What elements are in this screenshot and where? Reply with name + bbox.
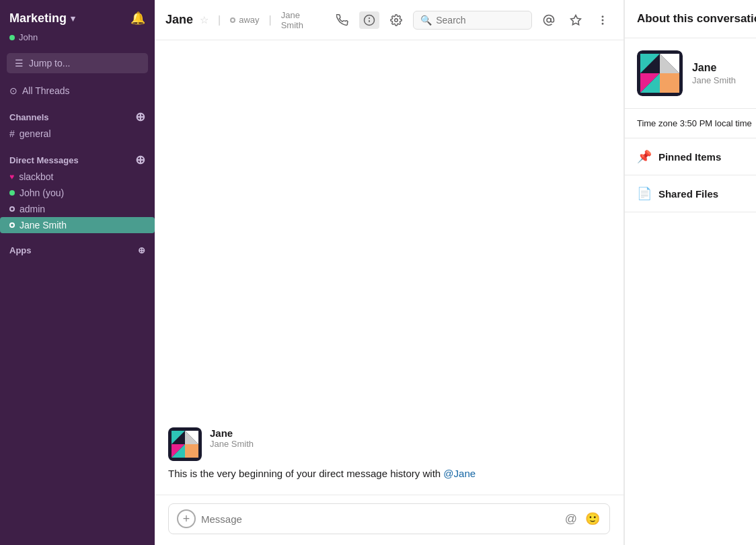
add-app-button[interactable]: ⊕ xyxy=(138,245,145,255)
panel-title: About this conversation xyxy=(637,12,756,26)
jump-to-label: Jump to... xyxy=(29,58,70,69)
sidebar-item-all-threads[interactable]: ⊙ All Threads xyxy=(0,83,155,99)
chat-title: Jane xyxy=(165,13,193,27)
search-box[interactable]: 🔍 xyxy=(413,11,532,30)
settings-icon-button[interactable] xyxy=(386,11,406,29)
dm-slackbot-label: slackbot xyxy=(19,171,53,182)
dm-section-header: Direct Messages ⊕ xyxy=(0,147,155,169)
sidebar-item-jane-smith[interactable]: Jane Smith xyxy=(0,217,155,233)
svg-point-7 xyxy=(602,19,603,21)
apps-section-header: Apps ⊕ xyxy=(0,239,155,258)
all-threads-label: All Threads xyxy=(22,85,70,96)
svg-point-8 xyxy=(602,23,603,24)
panel-header: About this conversation × xyxy=(625,0,756,38)
sidebar: Marketing ▾ 🔔 John ☰ Jump to... ⊙ All Th… xyxy=(0,0,155,545)
jump-to-icon: ☰ xyxy=(15,58,24,69)
shared-files-label: Shared Files xyxy=(658,188,718,200)
add-attachment-button[interactable]: + xyxy=(177,509,196,528)
file-icon: 📄 xyxy=(637,186,652,201)
header-divider: | xyxy=(218,14,221,26)
phone-icon-button[interactable] xyxy=(332,11,352,29)
channel-name-general: general xyxy=(20,128,51,139)
hash-icon: # xyxy=(9,128,15,139)
dm-jane-label: Jane Smith xyxy=(20,220,67,230)
dm-john-label: John (you) xyxy=(20,187,64,198)
pinned-items-left: 📌 Pinned Items xyxy=(637,149,721,164)
bell-icon[interactable]: 🔔 xyxy=(130,11,145,26)
svg-marker-5 xyxy=(570,15,580,24)
away-status-dot xyxy=(230,17,235,23)
sidebar-item-john[interactable]: John (you) xyxy=(0,185,155,201)
pinned-items-label: Pinned Items xyxy=(658,151,721,163)
jump-to-button[interactable]: ☰ Jump to... xyxy=(7,53,148,73)
emoji-button[interactable]: 🙂 xyxy=(584,510,601,528)
right-panel: About this conversation × Jane Jane Smit… xyxy=(624,0,756,545)
panel-avatar xyxy=(637,50,683,96)
svg-point-4 xyxy=(547,18,551,22)
panel-user-handle: Jane Smith xyxy=(692,75,736,85)
workspace-name[interactable]: Marketing ▾ xyxy=(9,11,75,26)
sidebar-item-admin[interactable]: admin xyxy=(0,201,155,217)
at-icon-button[interactable] xyxy=(539,11,559,29)
dm-admin-label: admin xyxy=(20,204,45,214)
sidebar-header: Marketing ▾ 🔔 xyxy=(0,0,155,32)
chevron-down-icon: ▾ xyxy=(71,13,75,24)
threads-icon: ⊙ xyxy=(9,85,17,96)
panel-user-details: Jane Jane Smith xyxy=(692,62,736,85)
dm-label: Direct Messages xyxy=(9,155,79,165)
svg-point-3 xyxy=(395,18,398,22)
channels-section: Channels ⊕ # general xyxy=(0,104,155,147)
info-icon-button[interactable] xyxy=(359,11,379,29)
panel-timezone: Time zone 3:50 PM local time xyxy=(625,109,756,138)
shared-files-section[interactable]: 📄 Shared Files ▶ xyxy=(625,175,756,212)
message-body: This is the very beginning of your direc… xyxy=(168,466,610,482)
threads-section: ⊙ All Threads xyxy=(0,83,155,104)
sender-handle: Jane Smith xyxy=(210,439,254,449)
away-dot xyxy=(9,206,15,212)
chat-messages: Jane Jane Smith This is the very beginni… xyxy=(155,40,623,495)
svg-marker-20 xyxy=(660,73,679,93)
sender-info: Jane Jane Smith xyxy=(210,427,254,449)
panel-user-name: Jane xyxy=(692,62,736,74)
online-dot xyxy=(9,190,15,196)
sidebar-item-slackbot[interactable]: ♥ slackbot xyxy=(0,169,155,185)
star-header-button[interactable] xyxy=(566,11,586,29)
away-dot-jane xyxy=(9,222,15,228)
apps-label: Apps xyxy=(9,245,32,255)
timezone-value: 3:50 PM local time xyxy=(680,118,752,128)
more-options-button[interactable] xyxy=(593,11,613,29)
pinned-items-section[interactable]: 📌 Pinned Items ▶ xyxy=(625,138,756,175)
panel-user-info: Jane Jane Smith xyxy=(625,38,756,109)
add-channel-button[interactable]: ⊕ xyxy=(135,111,145,123)
header-divider-2: | xyxy=(269,14,272,26)
message-input-box: + @ 🙂 xyxy=(168,503,610,534)
workspace-name-text: Marketing xyxy=(9,11,67,26)
status-text: away xyxy=(239,15,259,25)
heart-icon: ♥ xyxy=(9,172,14,181)
add-dm-button[interactable]: ⊕ xyxy=(135,154,145,166)
sender-name: Jane xyxy=(210,427,254,439)
timezone-label: Time zone xyxy=(637,118,677,128)
channels-section-header: Channels ⊕ xyxy=(0,104,155,126)
message-input-area: + @ 🙂 xyxy=(155,495,623,545)
channels-label: Channels xyxy=(9,112,49,122)
svg-marker-13 xyxy=(185,444,198,458)
shared-files-left: 📄 Shared Files xyxy=(637,186,718,201)
message-input[interactable] xyxy=(201,513,558,525)
message-header: Jane Jane Smith xyxy=(168,427,610,461)
main-chat: Jane ☆ | away | Jane Smith 🔍 xyxy=(155,0,624,545)
user-status: John xyxy=(0,32,155,49)
search-icon: 🔍 xyxy=(420,15,432,26)
away-status: away xyxy=(230,15,259,25)
star-icon[interactable]: ☆ xyxy=(200,14,209,26)
chat-subtitle: Jane Smith xyxy=(281,10,319,30)
chat-header: Jane ☆ | away | Jane Smith 🔍 xyxy=(155,0,623,40)
search-input[interactable] xyxy=(436,15,525,26)
at-mention-button[interactable]: @ xyxy=(564,511,578,528)
sender-avatar xyxy=(168,427,202,461)
pin-icon: 📌 xyxy=(637,149,652,164)
sidebar-item-general[interactable]: # general xyxy=(0,126,155,142)
svg-point-6 xyxy=(602,16,603,17)
intro-text: This is the very beginning of your direc… xyxy=(168,468,441,479)
mention-link[interactable]: @Jane xyxy=(443,468,476,479)
